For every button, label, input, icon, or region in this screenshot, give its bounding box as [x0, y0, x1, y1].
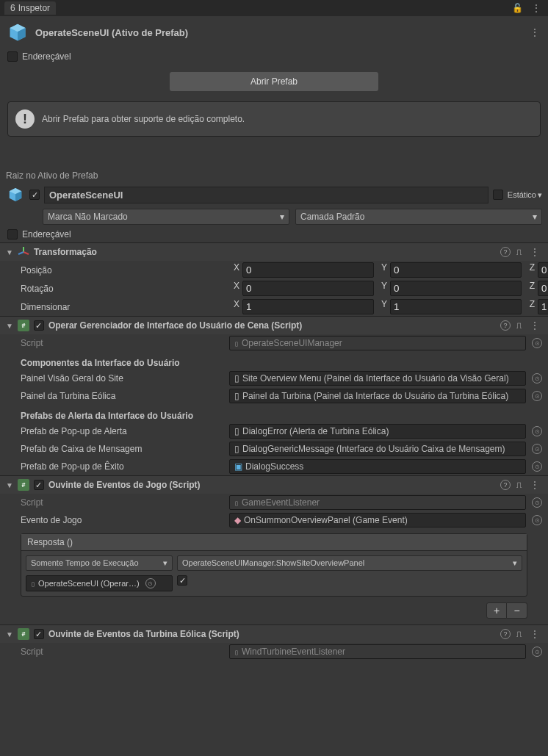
lock-icon[interactable]: 🔓 [512, 3, 523, 13]
unity-event-box: Resposta () Somente Tempo de Execução▾ O… [21, 533, 527, 597]
event-header: Resposta () [21, 534, 527, 551]
static-dropdown[interactable]: Estático▾ [508, 190, 542, 200]
object-picker-icon[interactable]: ⊙ [145, 578, 156, 588]
scale-x[interactable] [242, 299, 374, 314]
fold-icon[interactable]: ▼ [6, 481, 13, 489]
transform-icon [18, 246, 29, 258]
info-box: ! Abrir Prefab para obter suporte de edi… [7, 101, 541, 137]
object-picker-icon[interactable]: ⊙ [532, 338, 542, 348]
tab-title: Inspetor [18, 3, 50, 13]
open-prefab-button[interactable]: Abrir Prefab [170, 72, 378, 91]
inspector-tab[interactable]: 6 Inspetor [4, 1, 56, 15]
go-name-field[interactable]: OperateSceneUI [44, 187, 488, 204]
section-header: Componentes da Interface do Usuário [21, 353, 226, 368]
object-picker-icon[interactable]: ⊙ [532, 426, 542, 436]
object-picker-icon[interactable]: ⊙ [532, 373, 542, 384]
field-label: Painel Visão Geral do Site [21, 373, 226, 384]
prefab-cube-icon [6, 21, 29, 44]
script-field[interactable]: ▯GameEventListener [229, 495, 526, 510]
field-label: Prefab de Caixa de Mensagem [21, 444, 226, 454]
script-field[interactable]: ▯OperateSceneUIManager [229, 336, 526, 350]
fold-icon[interactable]: ▼ [6, 322, 13, 330]
component-menu-icon[interactable]: ⋮ [527, 629, 542, 639]
object-picker-icon[interactable]: ⊙ [532, 647, 542, 657]
help-icon[interactable]: ? [500, 480, 511, 490]
go-addressable-checkbox[interactable] [7, 229, 18, 240]
addressable-checkbox[interactable] [7, 51, 18, 62]
tab-number: 6 [10, 3, 15, 13]
position-label: Posição [21, 265, 226, 276]
field-label: Painel da Turbina Eólica [21, 391, 226, 401]
component-enabled-checkbox[interactable] [34, 480, 44, 490]
rot-y[interactable] [390, 281, 522, 296]
script-icon: # [18, 479, 29, 491]
scale-z[interactable] [538, 299, 548, 314]
header-menu-icon[interactable]: ⋮ [527, 27, 542, 37]
preset-icon[interactable]: ⎍ [516, 247, 522, 257]
fold-icon[interactable]: ▼ [6, 248, 13, 256]
rot-x[interactable] [242, 281, 374, 296]
go-addressable-label: Endereçável [22, 229, 71, 240]
script-field[interactable]: ▯WindTurbineEventListener [229, 644, 526, 659]
object-picker-icon[interactable]: ⊙ [532, 444, 542, 454]
info-text: Abrir Prefab para obter suporte de ediçã… [42, 114, 245, 124]
object-picker-icon[interactable]: ⊙ [532, 461, 542, 472]
add-event-button[interactable]: + [486, 602, 507, 619]
field-label: Prefab de Pop-up de Alerta [21, 426, 226, 436]
help-icon[interactable]: ? [500, 629, 511, 639]
object-field[interactable]: ▯Site Overview Menu (Painel da Interface… [229, 371, 526, 386]
field-label: Prefab de Pop-up de Êxito [21, 461, 226, 472]
svg-line-8 [18, 252, 24, 254]
component-title: Ouvinte de Eventos da Turbina Eólica (Sc… [48, 629, 496, 639]
go-cube-icon [6, 185, 25, 204]
pos-z[interactable] [538, 262, 548, 278]
object-picker-icon[interactable]: ⊙ [532, 391, 542, 401]
preset-icon[interactable]: ⎍ [516, 320, 522, 331]
rot-z[interactable] [538, 281, 548, 296]
info-icon: ! [15, 109, 35, 129]
scale-label: Dimensionar [21, 302, 226, 312]
object-field[interactable]: ▯Painel da Turbina (Painel da Interface … [229, 389, 526, 403]
preset-icon[interactable]: ⎍ [516, 629, 522, 639]
event-arg-checkbox[interactable] [177, 575, 187, 586]
section-header: Prefabs de Alerta da Interface do Usuári… [21, 406, 226, 421]
component-menu-icon[interactable]: ⋮ [527, 247, 542, 257]
component-menu-icon[interactable]: ⋮ [527, 480, 542, 490]
component-title: Operar Gerenciador de Interface do Usuár… [48, 320, 496, 331]
component-enabled-checkbox[interactable] [34, 320, 44, 331]
object-field[interactable]: ▯DialogGenericMessage (Interface do Usuá… [229, 442, 526, 456]
help-icon[interactable]: ? [500, 247, 511, 257]
go-active-checkbox[interactable] [29, 190, 40, 200]
runtime-dropdown[interactable]: Somente Tempo de Execução▾ [26, 555, 173, 571]
prefab-title: OperateSceneUI (Ativo de Prefab) [35, 27, 522, 38]
method-dropdown[interactable]: OperateSceneUIManager.ShowSiteOverviewPa… [177, 555, 522, 571]
static-checkbox[interactable] [493, 190, 503, 200]
script-icon: # [18, 320, 29, 331]
fold-icon[interactable]: ▼ [6, 630, 13, 638]
object-picker-icon[interactable]: ⊙ [532, 497, 542, 508]
rotation-label: Rotação [21, 284, 226, 294]
component-menu-icon[interactable]: ⋮ [527, 320, 542, 331]
event-target-field[interactable]: ▯OperateSceneUI (Operar…)⊙ [26, 575, 173, 591]
object-picker-icon[interactable]: ⊙ [532, 515, 542, 525]
tag-dropdown[interactable]: Marca Não Marcado▾ [43, 209, 289, 225]
component-title: Ouvinte de Eventos de Jogo (Script) [48, 480, 496, 490]
field-label: Evento de Jogo [21, 515, 226, 525]
pos-x[interactable] [242, 262, 374, 278]
script-label: Script [21, 497, 226, 508]
help-icon[interactable]: ? [500, 320, 511, 331]
preset-icon[interactable]: ⎍ [516, 480, 522, 490]
tab-menu-icon[interactable]: ⋮ [529, 3, 544, 13]
scale-y[interactable] [390, 299, 522, 314]
svg-line-7 [24, 252, 29, 254]
pos-y[interactable] [390, 262, 522, 278]
component-enabled-checkbox[interactable] [34, 629, 44, 639]
layer-dropdown[interactable]: Camada Padrão▾ [295, 209, 542, 225]
object-field[interactable]: ◆OnSummonOverviewPanel (Game Event) [229, 513, 526, 528]
object-field[interactable]: ▯DialogError (Alerta de Turbina Eólica) [229, 424, 526, 439]
root-label: Raiz no Ativo de Prefab [0, 169, 548, 182]
object-field[interactable]: ▣DialogSuccess [229, 459, 526, 474]
addressable-label: Endereçável [22, 51, 71, 62]
remove-event-button[interactable]: − [507, 602, 527, 619]
script-label: Script [21, 647, 226, 657]
